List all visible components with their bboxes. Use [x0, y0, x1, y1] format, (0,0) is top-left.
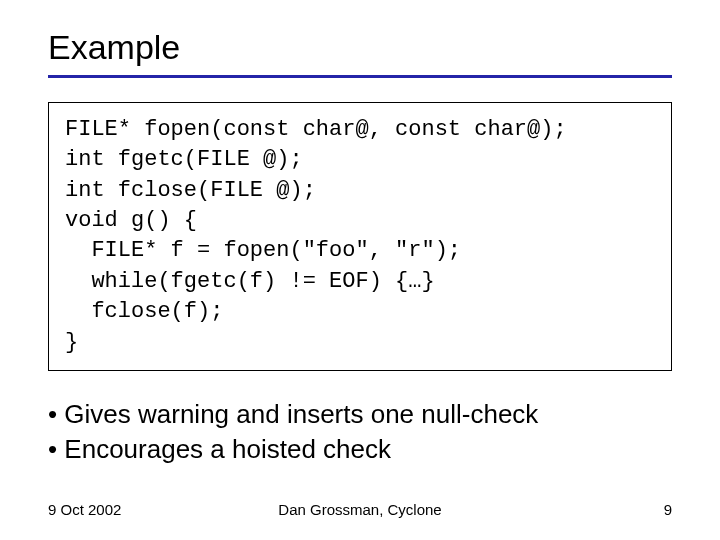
code-line: int fclose(FILE @); [65, 178, 316, 203]
slide-footer: 9 Oct 2002 Dan Grossman, Cyclone 9 [48, 501, 672, 518]
bullet-list: Gives warning and inserts one null-check… [48, 397, 672, 467]
slide-title: Example [48, 28, 672, 67]
footer-date: 9 Oct 2002 [48, 501, 121, 518]
bullet-item: Encourages a hoisted check [48, 432, 672, 467]
code-block: FILE* fopen(const char@, const char@); i… [48, 102, 672, 371]
code-line: void g() { [65, 208, 197, 233]
code-line: while(fgetc(f) != EOF) {…} [65, 269, 435, 294]
footer-page: 9 [664, 501, 672, 518]
code-line: fclose(f); [65, 299, 223, 324]
footer-author: Dan Grossman, Cyclone [48, 501, 672, 518]
code-line: FILE* fopen(const char@, const char@); [65, 117, 567, 142]
code-line: int fgetc(FILE @); [65, 147, 303, 172]
code-line: } [65, 330, 78, 355]
bullet-item: Gives warning and inserts one null-check [48, 397, 672, 432]
code-line: FILE* f = fopen("foo", "r"); [65, 238, 461, 263]
title-underline [48, 75, 672, 78]
slide: Example FILE* fopen(const char@, const c… [0, 0, 720, 540]
